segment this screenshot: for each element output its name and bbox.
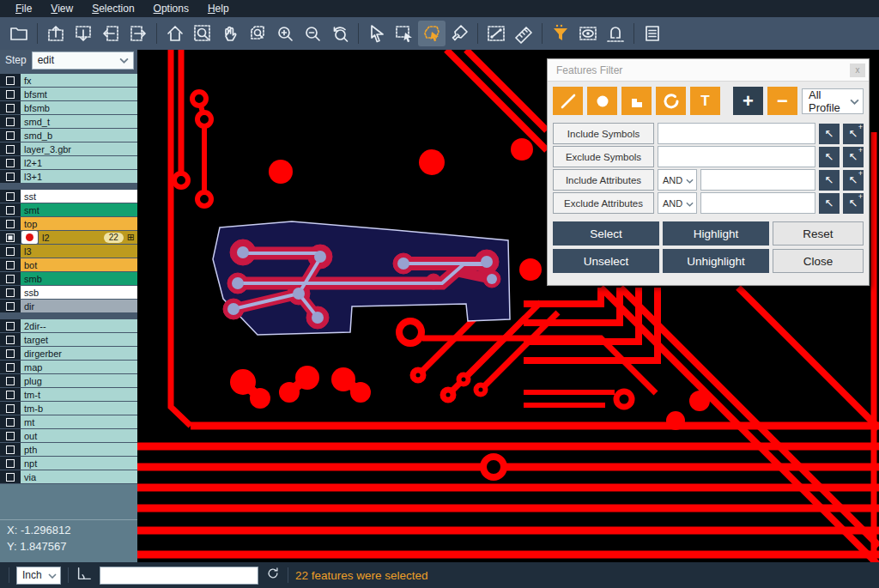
zoom-in-icon[interactable] bbox=[271, 21, 299, 46]
surface-feature-icon[interactable] bbox=[621, 87, 652, 115]
pick-from-canvas-icon[interactable]: ↖ bbox=[819, 193, 840, 214]
zoom-selection-icon[interactable] bbox=[244, 21, 271, 46]
measure-line-icon[interactable] bbox=[482, 21, 510, 46]
highlight-button[interactable]: Highlight bbox=[663, 221, 769, 246]
zoom-out-icon[interactable] bbox=[299, 21, 326, 46]
layer-row[interactable]: via bbox=[0, 470, 137, 483]
filter-value-input[interactable] bbox=[658, 123, 815, 144]
layer-visibility-checkbox[interactable] bbox=[6, 336, 15, 344]
paint-select-icon[interactable] bbox=[446, 21, 473, 46]
layer-visibility-checkbox[interactable] bbox=[6, 363, 15, 372]
close-icon[interactable]: x bbox=[850, 64, 865, 77]
pad-feature-icon[interactable] bbox=[587, 87, 617, 115]
zoom-home-icon[interactable] bbox=[161, 21, 189, 46]
layer-row[interactable]: mt bbox=[0, 415, 137, 428]
layer-row[interactable]: l3+1 bbox=[0, 170, 137, 183]
filter-label-button[interactable]: Exclude Attributes bbox=[553, 192, 654, 214]
pick-from-canvas-icon[interactable]: ↖ bbox=[819, 147, 840, 167]
zoom-window-icon[interactable] bbox=[189, 21, 216, 46]
layer-visibility-checkbox[interactable] bbox=[6, 104, 15, 112]
zoom-previous-icon[interactable] bbox=[326, 21, 354, 46]
layer-row[interactable]: l222⊞ bbox=[0, 231, 137, 244]
menu-selection[interactable]: Selection bbox=[83, 1, 142, 16]
pan-left-icon[interactable] bbox=[97, 21, 124, 46]
layer-row[interactable]: layer_3.gbr bbox=[0, 142, 137, 155]
layer-row[interactable]: 2dir-- bbox=[0, 319, 137, 332]
view-options-icon[interactable] bbox=[574, 21, 602, 46]
filter-value-input[interactable] bbox=[700, 169, 815, 191]
layer-visibility-checkbox[interactable] bbox=[6, 473, 15, 482]
arc-feature-icon[interactable] bbox=[656, 87, 686, 115]
pick-from-canvas-icon[interactable]: ↖ bbox=[819, 170, 840, 191]
menu-help[interactable]: Help bbox=[199, 1, 238, 16]
close-button[interactable]: Close bbox=[773, 249, 864, 273]
filter-value-input[interactable] bbox=[700, 192, 815, 214]
measure-ruler-icon[interactable] bbox=[510, 21, 537, 46]
layer-row[interactable]: bot bbox=[0, 258, 137, 271]
remove-filter-icon[interactable]: − bbox=[767, 87, 797, 115]
command-input[interactable] bbox=[100, 567, 258, 585]
pick-add-from-canvas-icon[interactable]: ↖+ bbox=[843, 147, 864, 167]
layer-visibility-checkbox[interactable] bbox=[6, 302, 15, 311]
filter-label-button[interactable]: Exclude Symbols bbox=[553, 146, 654, 167]
layer-visibility-checkbox[interactable] bbox=[6, 404, 15, 413]
layer-visibility-checkbox[interactable] bbox=[6, 418, 15, 427]
layer-row[interactable]: dirgerber bbox=[0, 347, 137, 360]
layer-visibility-checkbox[interactable] bbox=[6, 247, 15, 256]
select-rectangle-icon[interactable] bbox=[391, 21, 418, 46]
layer-visibility-checkbox[interactable] bbox=[6, 206, 15, 215]
layer-visibility-checkbox[interactable] bbox=[6, 349, 15, 358]
step-select[interactable]: edit bbox=[32, 52, 134, 70]
layer-row[interactable]: npt bbox=[0, 457, 137, 470]
reset-button[interactable]: Reset bbox=[773, 221, 864, 246]
open-project-icon[interactable] bbox=[5, 21, 33, 46]
pan-down-icon[interactable] bbox=[70, 21, 97, 46]
pick-add-from-canvas-icon[interactable]: ↖+ bbox=[843, 170, 864, 191]
layer-row[interactable]: ssb bbox=[0, 286, 137, 299]
filter-label-button[interactable]: Include Symbols bbox=[553, 123, 654, 144]
layer-row[interactable]: top bbox=[0, 217, 137, 230]
layer-row[interactable]: tm-t bbox=[0, 388, 137, 401]
layer-visibility-checkbox[interactable] bbox=[6, 261, 15, 270]
layer-visibility-checkbox[interactable] bbox=[6, 192, 15, 201]
unselect-button[interactable]: Unselect bbox=[553, 249, 659, 273]
layer-row[interactable]: smt bbox=[0, 203, 137, 216]
layer-visibility-checkbox[interactable] bbox=[6, 131, 15, 140]
layer-row[interactable]: target bbox=[0, 333, 137, 346]
layer-row[interactable]: bfsmb bbox=[0, 101, 137, 114]
layer-visibility-checkbox[interactable] bbox=[6, 275, 15, 283]
layer-visibility-checkbox[interactable] bbox=[6, 145, 15, 154]
layer-visibility-checkbox[interactable] bbox=[6, 432, 15, 440]
dialog-title-bar[interactable]: Features Filter x bbox=[548, 59, 869, 82]
add-filter-icon[interactable]: + bbox=[733, 87, 763, 115]
layer-visibility-checkbox[interactable] bbox=[6, 220, 15, 228]
layer-row[interactable]: dir bbox=[0, 300, 137, 312]
select-button[interactable]: Select bbox=[553, 221, 659, 246]
pan-up-icon[interactable] bbox=[42, 21, 70, 46]
layer-visibility-checkbox[interactable] bbox=[6, 159, 15, 167]
layer-row[interactable]: plug bbox=[0, 374, 137, 387]
layer-row[interactable]: bfsmt bbox=[0, 88, 137, 100]
layer-visibility-checkbox[interactable] bbox=[6, 173, 15, 181]
layer-row[interactable]: smb bbox=[0, 272, 137, 285]
layer-row[interactable]: pth bbox=[0, 443, 137, 456]
layer-row[interactable]: out bbox=[0, 429, 137, 442]
layer-row[interactable]: l2+1 bbox=[0, 156, 137, 169]
profile-select[interactable]: All Profile bbox=[802, 88, 864, 114]
filter-value-input[interactable] bbox=[658, 146, 815, 167]
pick-from-canvas-icon[interactable]: ↖ bbox=[819, 124, 840, 144]
select-pointer-icon[interactable] bbox=[363, 21, 391, 46]
layer-visibility-checkbox[interactable] bbox=[6, 118, 15, 126]
layer-row[interactable]: tm-b bbox=[0, 402, 137, 415]
menu-file[interactable]: File bbox=[7, 1, 40, 16]
logic-operator-select[interactable]: AND bbox=[658, 169, 697, 191]
layer-row[interactable]: fx bbox=[0, 74, 137, 87]
layer-visibility-checkbox[interactable] bbox=[6, 322, 15, 330]
snap-icon[interactable] bbox=[602, 21, 629, 46]
layer-visibility-checkbox[interactable] bbox=[6, 76, 15, 85]
layer-visibility-checkbox[interactable] bbox=[6, 446, 15, 454]
panel-list-icon[interactable] bbox=[639, 21, 666, 46]
unhighlight-button[interactable]: Unhighlight bbox=[663, 249, 769, 273]
menu-view[interactable]: View bbox=[42, 1, 82, 16]
unit-select[interactable]: Inch bbox=[16, 567, 61, 585]
